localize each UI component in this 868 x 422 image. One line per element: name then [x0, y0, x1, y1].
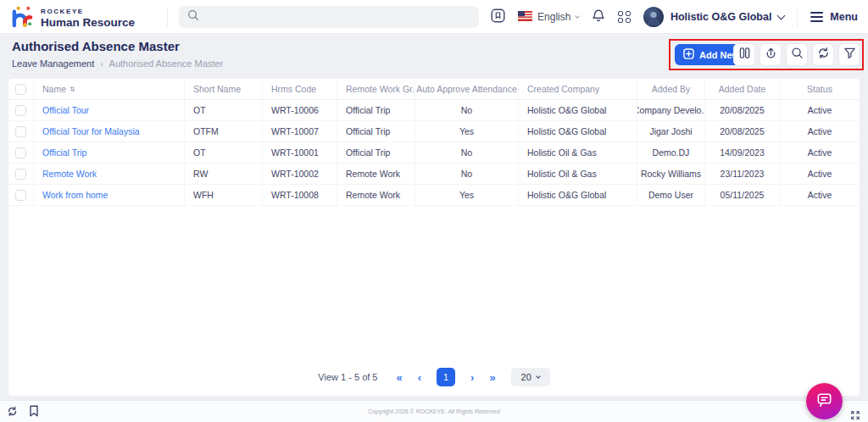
cell-remote-work-group: Remote Work: [337, 164, 415, 184]
column-header-hrms-code[interactable]: Hrms Code: [263, 79, 337, 99]
cell-auto-approve-attendance: No: [415, 100, 519, 120]
cell-created-company: Holistic O&G Global: [519, 121, 637, 142]
app-logo[interactable]: ROCKEYE Human Resource: [11, 5, 135, 31]
refresh-button[interactable]: [812, 43, 834, 66]
column-header-status[interactable]: Status: [780, 79, 860, 99]
cell-created-company: Holistic Oil & Gas: [519, 142, 637, 163]
cell-name[interactable]: Remote Work: [34, 164, 185, 184]
next-page-button[interactable]: ›: [470, 372, 474, 383]
pagination: View 1 - 5 of 5 « ‹ 1 › » 20: [8, 368, 860, 386]
row-checkbox-cell[interactable]: [8, 100, 34, 120]
row-checkbox-cell[interactable]: [8, 142, 34, 163]
cell-added-by: Rocky Williams: [637, 164, 705, 184]
apps-grid-icon[interactable]: [618, 11, 631, 24]
bookmark-icon[interactable]: [491, 8, 505, 26]
cell-hrms-code: WRT-10001: [263, 142, 337, 163]
main-menu-button[interactable]: Menu: [810, 11, 858, 23]
cell-status: Active: [780, 185, 860, 205]
table-search-button[interactable]: [786, 43, 808, 66]
record-link[interactable]: Official Trip: [42, 147, 86, 158]
table-row[interactable]: Work from homeWFHWRT-10008Remote WorkYes…: [8, 185, 860, 206]
cell-created-company: Holistic O&G Global: [519, 100, 637, 120]
row-checkbox-cell[interactable]: [8, 164, 34, 184]
breadcrumb-leave-management[interactable]: Leave Management: [12, 58, 94, 69]
breadcrumb-separator: ›: [100, 59, 103, 69]
notifications-bell-icon[interactable]: [592, 8, 605, 26]
row-checkbox[interactable]: [15, 169, 26, 180]
column-header-added-by[interactable]: Added By: [637, 79, 705, 99]
table-row[interactable]: Official Tour for MalaysiaOTFMWRT-10007O…: [8, 121, 860, 142]
cell-hrms-code: WRT-10008: [263, 185, 337, 205]
cell-remote-work-group: Official Trip: [337, 100, 415, 120]
menu-label: Menu: [830, 11, 858, 23]
row-checkbox[interactable]: [15, 190, 26, 201]
cell-status: Active: [780, 100, 860, 120]
search-icon: [791, 47, 804, 63]
hamburger-icon: [810, 12, 823, 23]
cell-name[interactable]: Official Trip: [34, 142, 185, 163]
row-checkbox-cell[interactable]: [8, 185, 34, 205]
table-row[interactable]: Official TripOTWRT-10001Official TripNoH…: [8, 142, 860, 164]
app-window: ROCKEYE Human Resource English: [0, 0, 868, 422]
record-link[interactable]: Work from home: [42, 190, 108, 200]
column-header-short-name[interactable]: Short Name: [185, 79, 263, 99]
row-checkbox[interactable]: [15, 126, 26, 137]
row-checkbox[interactable]: [15, 105, 26, 116]
current-page-button[interactable]: 1: [437, 368, 455, 386]
brand-line2: Human Resource: [41, 16, 135, 29]
chevron-down-icon: [576, 14, 581, 19]
cell-added-date: 20/08/2025: [705, 100, 780, 120]
cell-name[interactable]: Official Tour: [34, 100, 185, 120]
record-link[interactable]: Official Tour for Malaysia: [42, 126, 140, 136]
cell-auto-approve-attendance: No: [415, 164, 519, 184]
chevron-down-icon: [777, 11, 786, 19]
company-profile-menu[interactable]: Holistic O&G Global: [643, 7, 784, 27]
cell-remote-work-group: Official Trip: [337, 121, 415, 142]
select-all-checkbox[interactable]: [15, 84, 26, 95]
column-header-name[interactable]: Name⇅: [34, 79, 185, 99]
column-manager-button[interactable]: [733, 43, 755, 66]
cell-hrms-code: WRT-10002: [263, 164, 337, 184]
export-button[interactable]: [760, 43, 782, 66]
cell-name[interactable]: Work from home: [34, 185, 185, 205]
chevron-down-icon: [536, 374, 541, 379]
last-page-button[interactable]: »: [489, 372, 495, 383]
cell-name[interactable]: Official Tour for Malaysia: [34, 121, 185, 142]
row-checkbox[interactable]: [15, 147, 26, 158]
first-page-button[interactable]: «: [396, 372, 402, 383]
global-search-input[interactable]: [179, 6, 479, 28]
column-header-auto-approve-attendance[interactable]: Auto Approve Attendance: [415, 79, 519, 99]
previous-page-button[interactable]: ‹: [418, 372, 421, 383]
page-size-select[interactable]: 20: [511, 368, 550, 386]
filter-icon: [843, 47, 856, 63]
refresh-icon: [817, 47, 830, 63]
language-label: English: [537, 11, 570, 23]
column-header-created-company[interactable]: Created Company: [519, 79, 637, 99]
fullscreen-icon[interactable]: [851, 408, 860, 422]
columns-icon: [738, 47, 751, 63]
page-size-value: 20: [521, 372, 531, 382]
record-link[interactable]: Remote Work: [42, 169, 97, 179]
row-checkbox-cell[interactable]: [8, 121, 34, 142]
topbar-divider: [797, 7, 798, 27]
company-name: Holistic O&G Global: [670, 11, 771, 23]
cell-added-by: Company Develo...: [637, 100, 705, 120]
cell-added-date: 23/11/2023: [705, 164, 780, 184]
filter-button[interactable]: [838, 43, 860, 66]
record-link[interactable]: Official Tour: [42, 105, 89, 115]
cell-added-date: 14/09/2023: [705, 142, 780, 163]
table-row[interactable]: Remote WorkRWWRT-10002Remote WorkNoHolis…: [8, 164, 860, 185]
cell-auto-approve-attendance: No: [415, 142, 519, 163]
copyright-text: Copyright 2026 © ROCKEYE. All Rights Res…: [0, 408, 868, 414]
language-selector[interactable]: English: [518, 9, 579, 25]
column-header-added-date[interactable]: Added Date: [705, 79, 780, 99]
table-row[interactable]: Official TourOTWRT-10006Official TripNoH…: [8, 100, 860, 121]
chat-widget-button[interactable]: [806, 383, 843, 419]
sort-icon[interactable]: ⇅: [70, 86, 75, 93]
column-header-remote-work-group[interactable]: Remote Work Gr...: [337, 79, 415, 99]
select-all-cell[interactable]: [8, 79, 34, 99]
topbar-divider: [167, 7, 168, 27]
table-header-row: Name⇅Short NameHrms CodeRemote Work Gr..…: [8, 79, 860, 100]
footer: Copyright 2026 © ROCKEYE. All Rights Res…: [0, 400, 868, 422]
table-toolbar: [733, 43, 860, 66]
